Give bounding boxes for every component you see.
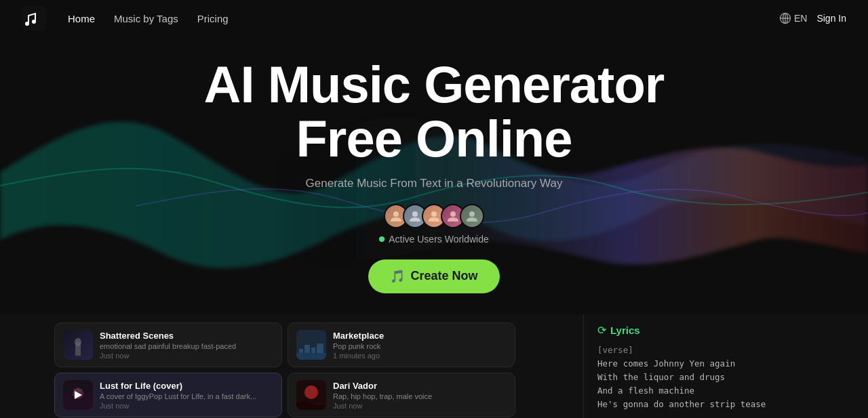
card-title-marketplace: Marketplace bbox=[333, 331, 507, 341]
thumb-art-shattered bbox=[63, 330, 93, 360]
logo-icon bbox=[22, 6, 46, 30]
globe-icon bbox=[779, 12, 791, 24]
hero-title-line2: Free Online bbox=[296, 110, 572, 167]
play-overlay-lust[interactable] bbox=[63, 380, 93, 410]
svg-rect-20 bbox=[296, 353, 326, 360]
active-users-label: Active Users Worldwide bbox=[389, 234, 489, 245]
navbar-right: EN Sign In bbox=[779, 12, 846, 24]
svg-rect-0 bbox=[22, 6, 46, 30]
card-info-lust: Lust for Life (cover) A cover of IggyPop… bbox=[100, 381, 273, 410]
svg-point-8 bbox=[412, 211, 418, 217]
card-thumbnail-shattered-scenes bbox=[63, 330, 93, 360]
avatar-row bbox=[384, 204, 484, 228]
play-icon-lust bbox=[75, 391, 82, 399]
card-time-shattered: Just now bbox=[100, 352, 273, 360]
card-time-dari: Just now bbox=[333, 402, 507, 410]
nav-music-by-tags[interactable]: Music by Tags bbox=[114, 13, 178, 24]
card-thumbnail-lust-for-life bbox=[63, 380, 93, 410]
bottom-section: Shattered Scenes emotional sad painful b… bbox=[0, 314, 868, 418]
music-note-icon: 🎵 bbox=[390, 269, 405, 284]
svg-point-11 bbox=[469, 211, 475, 217]
card-time-lust: Just now bbox=[100, 402, 273, 410]
nav-home[interactable]: Home bbox=[68, 13, 95, 24]
lyrics-icon: ⟳ bbox=[597, 324, 606, 337]
lyrics-line-5: [verse] bbox=[597, 415, 800, 418]
hero-subtitle: Generate Music From Text in a Revolution… bbox=[306, 177, 563, 190]
music-card-lust-for-life[interactable]: Lust for Life (cover) A cover of IggyPop… bbox=[54, 373, 282, 417]
hero-section: AI Music Generator Free Online Generate … bbox=[0, 37, 868, 314]
lyrics-line-1: Here comes Johnny Yen again bbox=[597, 357, 800, 371]
music-card-marketplace[interactable]: Marketplace Pop punk rock 1 minutes ago bbox=[288, 322, 515, 367]
card-tags-shattered: emotional sad painful breakup fast-paced bbox=[100, 342, 273, 350]
hero-content: AI Music Generator Free Online Generate … bbox=[204, 58, 665, 293]
cards-area: Shattered Scenes emotional sad painful b… bbox=[54, 314, 583, 418]
thumb-art-dari bbox=[296, 380, 326, 410]
thumb-art-marketplace bbox=[296, 330, 326, 360]
active-users-row: Active Users Worldwide bbox=[379, 234, 489, 245]
card-tags-dari: Rap, hip hop, trap, male voice bbox=[333, 392, 507, 400]
lyrics-line-0: [verse] bbox=[597, 343, 800, 357]
card-tags-lust: A cover of IggyPop Lust for Life, in a f… bbox=[100, 392, 273, 400]
card-info-shattered: Shattered Scenes emotional sad painful b… bbox=[100, 331, 273, 360]
svg-point-26 bbox=[304, 385, 318, 399]
lyrics-line-4: He's gonna do another strip tease bbox=[597, 398, 800, 411]
lyrics-text: [verse] Here comes Johnny Yen again With… bbox=[597, 343, 800, 418]
svg-point-14 bbox=[75, 338, 81, 346]
music-card-shattered-scenes[interactable]: Shattered Scenes emotional sad painful b… bbox=[54, 322, 282, 367]
card-info-marketplace: Marketplace Pop punk rock 1 minutes ago bbox=[333, 331, 507, 360]
music-card-dari-vador[interactable]: Dari Vador Rap, hip hop, trap, male voic… bbox=[288, 373, 515, 417]
svg-point-9 bbox=[431, 211, 437, 217]
card-thumbnail-dari-vador bbox=[296, 380, 326, 410]
nav-pricing[interactable]: Pricing bbox=[197, 13, 229, 24]
create-now-button[interactable]: 🎵 Create Now bbox=[368, 259, 499, 293]
active-indicator bbox=[379, 236, 384, 242]
hero-title: AI Music Generator Free Online bbox=[204, 58, 665, 166]
avatar-5 bbox=[460, 204, 484, 228]
card-time-marketplace: 1 minutes ago bbox=[333, 352, 507, 360]
svg-point-10 bbox=[450, 211, 456, 217]
card-title-shattered: Shattered Scenes bbox=[100, 331, 273, 341]
lyrics-header: ⟳ Lyrics bbox=[597, 324, 800, 337]
lyrics-line-3: And a flesh machine bbox=[597, 384, 800, 398]
create-now-label: Create Now bbox=[410, 269, 477, 283]
card-tags-marketplace: Pop punk rock bbox=[333, 342, 507, 350]
card-info-dari: Dari Vador Rap, hip hop, trap, male voic… bbox=[333, 381, 507, 410]
lyrics-panel: ⟳ Lyrics [verse] Here comes Johnny Yen a… bbox=[583, 314, 814, 418]
svg-point-7 bbox=[393, 211, 399, 217]
hero-title-line1: AI Music Generator bbox=[204, 56, 665, 113]
avatar-group bbox=[384, 204, 484, 228]
lyrics-line-2: With the liquor and drugs bbox=[597, 371, 800, 384]
navbar: Home Music by Tags Pricing EN Sign In bbox=[0, 0, 868, 37]
card-title-dari: Dari Vador bbox=[333, 381, 507, 391]
card-title-lust: Lust for Life (cover) bbox=[100, 381, 273, 391]
lyrics-title: Lyrics bbox=[610, 325, 640, 336]
language-label: EN bbox=[794, 13, 807, 24]
language-selector[interactable]: EN bbox=[779, 12, 807, 24]
sign-in-button[interactable]: Sign In bbox=[816, 13, 846, 24]
navbar-links: Home Music by Tags Pricing bbox=[68, 13, 779, 24]
svg-point-1 bbox=[25, 22, 29, 26]
svg-point-2 bbox=[32, 20, 36, 24]
logo[interactable] bbox=[22, 6, 46, 30]
cards-grid: Shattered Scenes emotional sad painful b… bbox=[54, 322, 515, 417]
card-thumbnail-marketplace bbox=[296, 330, 326, 360]
